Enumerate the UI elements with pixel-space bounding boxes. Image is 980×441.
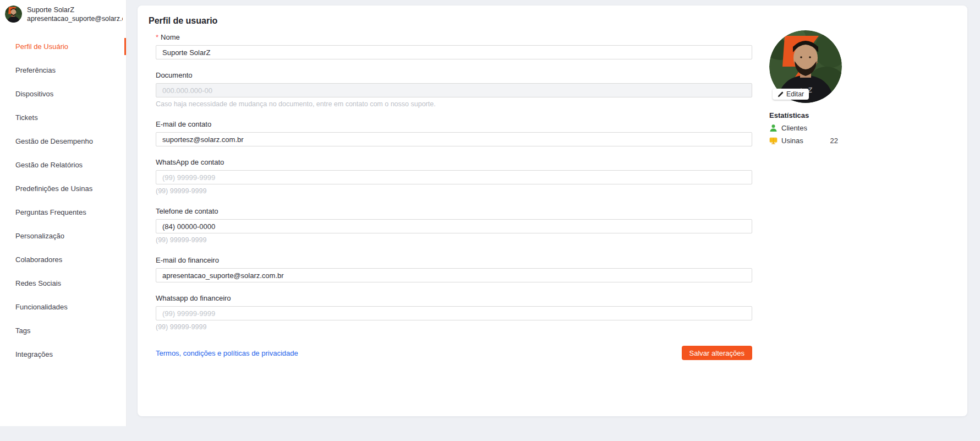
whatsapp-financeiro-helper: (99) 99999-9999 bbox=[156, 323, 752, 331]
person-icon bbox=[769, 124, 778, 132]
form-footer: Termos, condições e políticas de privaci… bbox=[156, 346, 752, 360]
documento-input bbox=[156, 83, 752, 97]
email-contato-label: E-mail de contato bbox=[156, 120, 752, 128]
stats-title: Estatísticas bbox=[769, 111, 846, 119]
sidebar-user-name: Suporte SolarZ bbox=[27, 5, 123, 14]
sidebar-item-colaboradores[interactable]: Colaboradores bbox=[0, 248, 126, 271]
pencil-icon bbox=[778, 91, 784, 97]
sidebar-item-perguntas-frequentes[interactable]: Perguntas Frequentes bbox=[0, 200, 126, 224]
stat-row-clientes: Clientes bbox=[769, 124, 838, 132]
sidebar-menu: Perfil de Usuário Preferências Dispositi… bbox=[0, 35, 126, 366]
sidebar-item-preferencias[interactable]: Preferências bbox=[0, 58, 126, 82]
email-financeiro-label: E-mail do financeiro bbox=[156, 256, 752, 264]
whatsapp-contato-label: WhatsApp de contato bbox=[156, 158, 752, 166]
stat-row-usinas: Usinas 22 bbox=[769, 137, 838, 145]
terms-privacy-link[interactable]: Termos, condições e políticas de privaci… bbox=[156, 349, 298, 357]
field-email-contato: E-mail de contato bbox=[156, 120, 752, 146]
email-financeiro-input[interactable] bbox=[156, 268, 752, 282]
whatsapp-contato-input[interactable] bbox=[156, 170, 752, 184]
telefone-contato-label: Telefone de contato bbox=[156, 207, 752, 215]
field-telefone-contato: Telefone de contato (99) 99999-9999 bbox=[156, 207, 752, 244]
save-changes-button[interactable]: Salvar alterações bbox=[682, 346, 752, 360]
sidebar-user-email: apresentacao_suporte@solarz.com.br bbox=[27, 14, 123, 23]
sidebar-item-funcionalidades[interactable]: Funcionalidades bbox=[0, 295, 126, 319]
sidebar-user-block: Suporte SolarZ apresentacao_suporte@sola… bbox=[0, 0, 126, 28]
field-email-financeiro: E-mail do financeiro bbox=[156, 256, 752, 282]
nome-input[interactable] bbox=[156, 45, 752, 59]
page-title: Perfil de usuario bbox=[149, 16, 967, 26]
profile-side-panel: solarZ Editar Estatísticas Clientes bbox=[769, 30, 846, 145]
sidebar-item-perfil-de-usuario[interactable]: Perfil de Usuário bbox=[0, 35, 126, 58]
field-documento: Documento Caso haja necessidade de mudan… bbox=[156, 71, 752, 108]
sidebar-item-tickets[interactable]: Tickets bbox=[0, 106, 126, 129]
sidebar-item-integracoes[interactable]: Integrações bbox=[0, 342, 126, 366]
sidebar-item-redes-sociais[interactable]: Redes Sociais bbox=[0, 271, 126, 295]
required-asterisk: * bbox=[156, 33, 158, 41]
edit-photo-label: Editar bbox=[786, 90, 804, 98]
stat-value-usinas: 22 bbox=[830, 137, 838, 145]
field-whatsapp-financeiro: Whatsapp do financeiro (99) 99999-9999 bbox=[156, 294, 752, 331]
solar-panel-icon bbox=[769, 137, 778, 145]
profile-form: *Nome Documento Caso haja necessidade de… bbox=[156, 33, 752, 360]
sidebar-user-texts: Suporte SolarZ apresentacao_suporte@sola… bbox=[27, 5, 123, 23]
settings-sidebar: Suporte SolarZ apresentacao_suporte@sola… bbox=[0, 0, 127, 426]
whatsapp-financeiro-label: Whatsapp do financeiro bbox=[156, 294, 752, 302]
sidebar-item-personalizacao[interactable]: Personalização bbox=[0, 224, 126, 248]
sidebar-item-predefinicoes-de-usinas[interactable]: Predefinições de Usinas bbox=[0, 177, 126, 200]
sidebar-item-gestao-de-desempenho[interactable]: Gestão de Desempenho bbox=[0, 129, 126, 153]
email-contato-input[interactable] bbox=[156, 132, 752, 146]
edit-photo-button[interactable]: Editar bbox=[773, 89, 809, 100]
stat-label-clientes: Clientes bbox=[781, 124, 838, 132]
sidebar-item-gestao-de-relatorios[interactable]: Gestão de Relatórios bbox=[0, 153, 126, 177]
sidebar-item-tags[interactable]: Tags bbox=[0, 319, 126, 342]
profile-photo-wrap: solarZ Editar bbox=[769, 30, 842, 103]
field-whatsapp-contato: WhatsApp de contato (99) 99999-9999 bbox=[156, 158, 752, 195]
documento-label: Documento bbox=[156, 71, 752, 79]
documento-helper-text: Caso haja necessidade de mudança no docu… bbox=[156, 100, 752, 108]
sidebar-item-dispositivos[interactable]: Dispositivos bbox=[0, 82, 126, 106]
telefone-contato-input[interactable] bbox=[156, 219, 752, 233]
whatsapp-contato-helper: (99) 99999-9999 bbox=[156, 187, 752, 195]
nome-label: *Nome bbox=[156, 33, 752, 41]
profile-settings-card: Perfil de usuario *Nome Documento Caso h… bbox=[138, 6, 967, 416]
user-avatar bbox=[5, 6, 22, 23]
telefone-contato-helper: (99) 99999-9999 bbox=[156, 236, 752, 244]
field-nome: *Nome bbox=[156, 33, 752, 59]
whatsapp-financeiro-input[interactable] bbox=[156, 306, 752, 320]
user-avatar-image bbox=[5, 6, 22, 23]
stat-label-usinas: Usinas bbox=[781, 137, 830, 145]
